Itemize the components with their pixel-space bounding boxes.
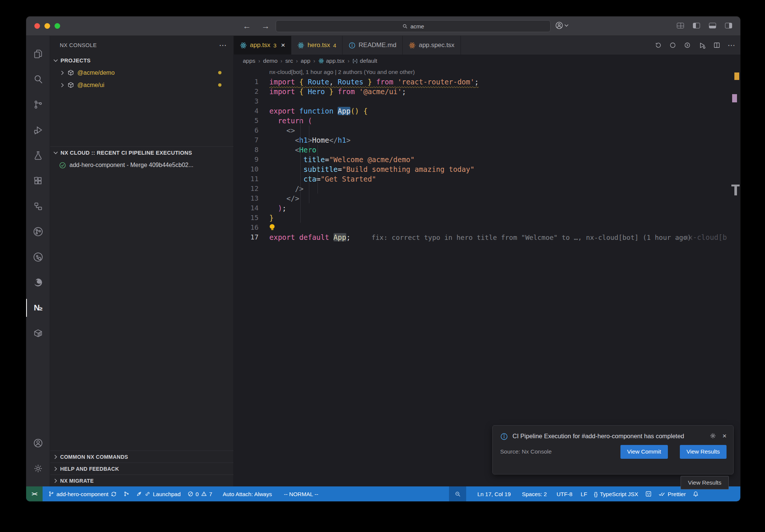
code-line[interactable]: 14 ); bbox=[234, 203, 740, 213]
line-number[interactable]: 8 bbox=[234, 145, 258, 155]
minimize-window-button[interactable] bbox=[44, 23, 50, 29]
code-line[interactable]: 3 bbox=[234, 96, 740, 106]
accounts-icon[interactable] bbox=[26, 430, 50, 456]
container-tools-icon[interactable] bbox=[26, 321, 50, 346]
close-tab-icon[interactable]: × bbox=[281, 41, 285, 49]
overview-ruler[interactable] bbox=[729, 67, 740, 486]
line-number[interactable]: 13 bbox=[234, 194, 258, 203]
code-line[interactable]: 9 title="Welcome @acme/demo" bbox=[234, 155, 740, 164]
notification-settings-gear-icon[interactable] bbox=[709, 432, 716, 439]
project-graph-icon[interactable] bbox=[26, 194, 50, 219]
tab-app-spec-tsx[interactable]: app.spec.tsx bbox=[403, 36, 461, 55]
more-actions-icon[interactable]: ⋯ bbox=[728, 41, 735, 50]
toggle-secondary-sidebar-icon[interactable] bbox=[725, 23, 732, 28]
line-number[interactable]: 7 bbox=[234, 135, 258, 145]
code-line[interactable]: 15} bbox=[234, 213, 740, 223]
run-icon[interactable] bbox=[698, 41, 706, 49]
line-number[interactable]: 4 bbox=[234, 106, 258, 116]
language-mode-item[interactable]: {} TypeScript JSX bbox=[591, 486, 642, 501]
code-line[interactable]: 1import { Route, Routes } from 'react-ro… bbox=[234, 77, 740, 87]
line-number[interactable]: 1 bbox=[234, 77, 258, 87]
gitlens-commit-graph-icon[interactable] bbox=[26, 219, 50, 244]
line-number[interactable]: 2 bbox=[234, 87, 258, 96]
code-line[interactable]: 8 <Hero bbox=[234, 145, 740, 155]
line-number[interactable]: 3 bbox=[234, 96, 258, 106]
breadcrumb-item[interactable]: app bbox=[301, 58, 310, 64]
help-and-feedback-section[interactable]: HELP AND FEEDBACK bbox=[50, 463, 233, 474]
cursor-position-item[interactable]: Ln 17, Col 19 bbox=[470, 486, 514, 501]
source-control-icon[interactable] bbox=[26, 92, 50, 117]
encoding-item[interactable]: UTF-8 bbox=[553, 486, 576, 501]
toggle-panel-icon[interactable] bbox=[709, 23, 716, 28]
goto-next-icon[interactable] bbox=[684, 41, 691, 49]
code-line[interactable]: 17export default App;fix: correct typo i… bbox=[234, 232, 740, 242]
codelens-blame[interactable]: nx-cloud[bot], 1 hour ago | 2 authors (Y… bbox=[234, 67, 740, 77]
code-editor[interactable]: nx-cloud[bot], 1 hour ago | 2 authors (Y… bbox=[234, 67, 740, 486]
feedback-smiley-item[interactable] bbox=[642, 486, 655, 501]
view-results-button[interactable]: View Results bbox=[680, 445, 727, 459]
code-line[interactable]: 13 </> bbox=[234, 194, 740, 203]
breadcrumb-item[interactable]: apps bbox=[243, 58, 255, 64]
line-number[interactable]: 9 bbox=[234, 155, 258, 164]
line-number[interactable]: 6 bbox=[234, 126, 258, 135]
nav-forward-icon[interactable]: → bbox=[261, 21, 270, 31]
line-number[interactable]: 11 bbox=[234, 174, 258, 184]
sidebar-more-actions-icon[interactable]: ⋯ bbox=[219, 41, 227, 50]
breadcrumb-item[interactable]: demo bbox=[263, 58, 278, 64]
split-editor-icon[interactable] bbox=[713, 41, 721, 49]
zoom-window-button[interactable] bbox=[55, 23, 60, 29]
view-commit-button[interactable]: View Commit bbox=[620, 445, 668, 459]
gitlens-inspect-icon[interactable] bbox=[26, 244, 50, 270]
history-icon[interactable] bbox=[654, 41, 662, 49]
code-line[interactable]: 5 return ( bbox=[234, 116, 740, 126]
code-line[interactable]: 10 subtitle="Build something amazing tod… bbox=[234, 164, 740, 174]
eol-item[interactable]: LF bbox=[577, 486, 591, 501]
customize-layout-icon[interactable] bbox=[677, 23, 684, 28]
nx-cloud-section-header[interactable]: NX CLOUD :: RECENT CI PIPELINE EXECUTION… bbox=[50, 147, 233, 159]
nx-migrate-section[interactable]: NX MIGRATE bbox=[50, 474, 233, 486]
settings-gear-icon[interactable] bbox=[26, 456, 50, 481]
line-number[interactable]: 10 bbox=[234, 164, 258, 174]
line-number[interactable]: 5 bbox=[234, 116, 258, 126]
indentation-item[interactable]: Spaces: 2 bbox=[518, 486, 550, 501]
line-number[interactable]: 16 bbox=[234, 223, 258, 232]
extensions-icon[interactable] bbox=[26, 168, 50, 194]
line-number[interactable]: 12 bbox=[234, 184, 258, 194]
lightbulb-icon[interactable] bbox=[270, 224, 275, 230]
toggle-primary-sidebar-icon[interactable] bbox=[693, 23, 700, 28]
tab-app-tsx[interactable]: app.tsx 3 × bbox=[234, 36, 291, 55]
vim-mode-item[interactable]: -- NORMAL -- bbox=[281, 486, 322, 501]
nav-back-icon[interactable]: ← bbox=[243, 21, 251, 31]
code-line[interactable]: 7 <h1>Home</h1> bbox=[234, 135, 740, 145]
line-number[interactable]: 17 bbox=[234, 232, 258, 242]
edge-browser-icon[interactable] bbox=[26, 270, 50, 295]
line-number[interactable]: 14 bbox=[234, 203, 258, 213]
problems-item[interactable]: 0 7 bbox=[184, 486, 216, 501]
tab-readme-md[interactable]: README.md bbox=[343, 36, 403, 55]
code-line[interactable]: 12 /> bbox=[234, 184, 740, 194]
line-number[interactable]: 15 bbox=[234, 213, 258, 223]
sidebar-item-acme-ui[interactable]: @acme/ui bbox=[50, 79, 233, 91]
common-nx-commands-section[interactable]: COMMON NX COMMANDS bbox=[50, 451, 233, 463]
explorer-icon[interactable] bbox=[26, 41, 50, 66]
sidebar-item-acme-demo[interactable]: @acme/demo bbox=[50, 66, 233, 79]
code-line[interactable]: 6 <> bbox=[234, 126, 740, 135]
projects-section-header[interactable]: PROJECTS bbox=[50, 55, 233, 66]
run-debug-icon[interactable] bbox=[26, 117, 50, 143]
nx-console-icon[interactable]: N≥ bbox=[26, 295, 50, 321]
code-line[interactable]: 4export function App() { bbox=[234, 106, 740, 116]
launchpad-item[interactable]: Launchpad bbox=[133, 486, 184, 501]
record-icon[interactable] bbox=[669, 41, 676, 49]
commit-graph-item[interactable] bbox=[120, 486, 133, 501]
testing-icon[interactable] bbox=[26, 143, 50, 168]
breadcrumb-symbol-item[interactable]: default bbox=[352, 58, 377, 64]
breadcrumb-file-item[interactable]: app.tsx bbox=[318, 58, 345, 64]
remote-indicator[interactable]: >< bbox=[26, 486, 43, 501]
command-center[interactable]: acme bbox=[276, 20, 551, 32]
zoom-indicator[interactable] bbox=[449, 486, 466, 501]
code-line[interactable]: 2import { Hero } from '@acme/ui'; bbox=[234, 87, 740, 96]
notification-close-icon[interactable]: × bbox=[722, 432, 727, 439]
close-window-button[interactable] bbox=[34, 23, 40, 29]
auto-attach-item[interactable]: Auto Attach: Always bbox=[219, 486, 275, 501]
profile-button[interactable] bbox=[555, 21, 569, 30]
